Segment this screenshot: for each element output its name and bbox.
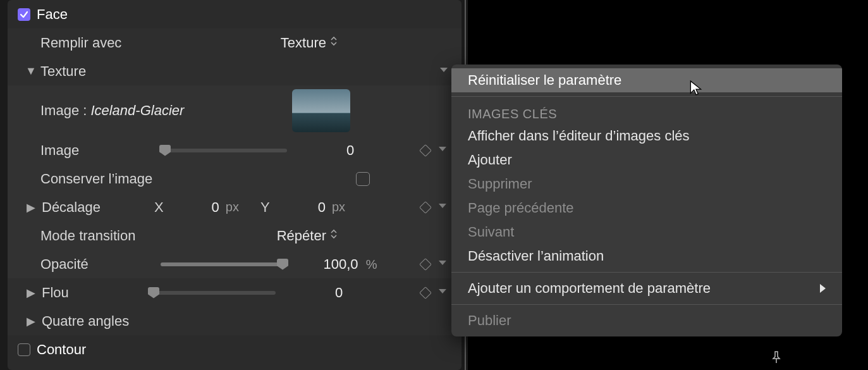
menu-add-parameter-behavior[interactable]: Ajouter un comportement de paramètre (451, 276, 842, 300)
param-row-fill-with: Remplir avec Texture (8, 28, 462, 57)
offset-x-value[interactable]: 0 (212, 199, 219, 216)
param-row-blur: ▶ Flou 0 (8, 278, 462, 307)
param-row-opacity: Opacité 100,0 % (8, 250, 462, 278)
param-row-wrap-mode: Mode transition Répéter (8, 221, 462, 250)
face-checkbox[interactable] (18, 8, 30, 21)
param-menu-icon[interactable] (439, 289, 446, 293)
menu-add-label: Ajouter (468, 152, 512, 168)
param-row-hold-frame: Conserver l’image (8, 164, 462, 193)
blur-label: Flou (42, 285, 137, 301)
keyframe-icon[interactable] (419, 258, 432, 271)
param-row-texture[interactable]: ▼ Texture (8, 57, 462, 85)
menu-separator (451, 304, 842, 305)
pin-icon[interactable] (772, 351, 781, 364)
disclosure-right-icon[interactable]: ▶ (27, 286, 38, 300)
texture-thumbnail[interactable] (292, 89, 350, 132)
texture-label: Texture (40, 63, 86, 80)
offset-label: Décalage (42, 199, 130, 216)
disclosure-right-icon: ▶ (27, 314, 38, 328)
hold-frame-label: Conserver l’image (40, 171, 152, 187)
menu-reset-parameter[interactable]: Réinitialiser le paramètre (451, 68, 842, 92)
offset-y-label: Y (260, 199, 270, 216)
offset-y-unit: px (332, 200, 345, 214)
wrap-mode-dropdown[interactable]: Répéter (277, 228, 338, 244)
wrap-mode-value: Répéter (277, 228, 326, 244)
offset-y-value[interactable]: 0 (318, 199, 326, 216)
image-frame-value[interactable]: 0 (346, 142, 354, 158)
contour-label: Contour (37, 342, 86, 358)
fill-with-dropdown[interactable]: Texture (281, 35, 338, 51)
menu-separator (451, 272, 842, 273)
opacity-slider[interactable] (161, 262, 287, 266)
disclosure-right-icon[interactable]: ▶ (27, 200, 38, 214)
image-frame-label: Image (40, 142, 148, 159)
image-source-prefix: Image : (40, 102, 87, 119)
hold-frame-checkbox[interactable] (356, 172, 370, 186)
menu-delete-keyframe: Supprimer (451, 172, 842, 196)
image-source-name: Iceland-Glacier (90, 102, 184, 119)
menu-addparam-label: Ajouter un comportement de paramètre (468, 280, 711, 297)
submenu-arrow-icon (820, 284, 826, 293)
fill-with-value: Texture (281, 35, 326, 51)
menu-disable-animation[interactable]: Désactiver l’animation (451, 244, 842, 268)
inspector-panel: Face Remplir avec Texture ▼ Texture Imag… (8, 0, 462, 370)
blur-slider[interactable] (149, 291, 276, 295)
menu-separator (451, 96, 842, 97)
param-menu-icon[interactable] (439, 261, 446, 265)
offset-x-unit: px (226, 200, 239, 214)
menu-publish-label: Publier (468, 312, 511, 329)
four-corner-label: Quatre angles (42, 313, 129, 330)
param-row-face[interactable]: Face (8, 0, 462, 28)
face-label: Face (37, 6, 68, 23)
offset-x-label: X (154, 199, 164, 216)
param-menu-icon[interactable] (440, 68, 448, 72)
wrap-mode-label: Mode transition (40, 228, 135, 244)
param-row-four-corner[interactable]: ▶ Quatre angles (8, 307, 462, 335)
param-row-contour[interactable]: Contour (8, 335, 462, 364)
image-frame-slider[interactable] (161, 149, 287, 152)
disclosure-down-icon: ▼ (25, 65, 37, 78)
fill-with-label: Remplir avec (40, 35, 121, 51)
opacity-label: Opacité (40, 256, 148, 273)
parameter-context-menu: Réinitialiser le paramètre IMAGES CLÉS A… (451, 65, 842, 336)
keyframe-icon[interactable] (419, 144, 432, 157)
param-menu-icon[interactable] (439, 204, 446, 208)
menu-disable-label: Désactiver l’animation (468, 248, 604, 264)
menu-previous-page: Page précédente (451, 196, 842, 220)
menu-reset-label: Réinitialiser le paramètre (468, 72, 621, 89)
menu-publish: Publier (451, 309, 842, 333)
menu-prev-label: Page précédente (468, 200, 574, 216)
opacity-unit: % (366, 257, 377, 271)
menu-show-label: Afficher dans l’éditeur d’images clés (468, 128, 690, 144)
keyframe-icon[interactable] (419, 287, 432, 299)
blur-value[interactable]: 0 (335, 285, 343, 300)
opacity-value[interactable]: 100,0 (324, 256, 358, 272)
menu-show-in-keyframe-editor[interactable]: Afficher dans l’éditeur d’images clés (451, 124, 842, 148)
param-row-image-frame: Image 0 (8, 136, 462, 164)
menu-section-keyframes: IMAGES CLÉS (451, 101, 842, 124)
contour-checkbox[interactable] (18, 343, 30, 356)
menu-delete-label: Supprimer (468, 176, 532, 192)
param-row-image-source: Image : Iceland-Glacier (8, 85, 462, 136)
chevron-updown-icon (330, 35, 338, 50)
chevron-updown-icon (330, 228, 338, 243)
keyframe-icon[interactable] (419, 201, 432, 214)
param-menu-icon[interactable] (439, 147, 446, 151)
param-row-offset: ▶ Décalage X 0 px Y 0 px (8, 193, 462, 221)
menu-next: Suivant (451, 220, 842, 244)
menu-next-label: Suivant (468, 224, 514, 240)
menu-add-keyframe[interactable]: Ajouter (451, 148, 842, 172)
